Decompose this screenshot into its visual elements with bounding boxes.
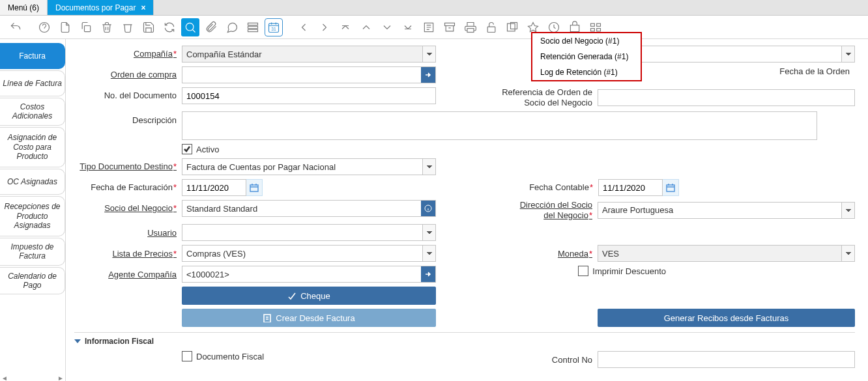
label-fecha-cont: Fecha Contable*	[514, 182, 598, 193]
nav-prev-parent-icon[interactable]	[295, 18, 313, 36]
label-dir-socio: Dirección del Socio del Negocio*	[513, 200, 598, 220]
info-icon[interactable]	[421, 201, 435, 216]
label-moneda: Moneda*	[513, 249, 598, 259]
dropdown-menu: Socio del Negocio (#1) Retención Generad…	[531, 32, 642, 81]
checkbox-imprimir[interactable]: Imprimir Descuento	[578, 266, 666, 276]
nav-next-icon[interactable]	[378, 18, 396, 36]
menu-item-socio[interactable]: Socio del Negocio (#1)	[532, 33, 641, 49]
field-orden[interactable]	[182, 66, 436, 83]
label-usuario: Usuario	[74, 228, 182, 238]
nav-first-icon[interactable]	[336, 18, 354, 36]
nav-last-icon[interactable]	[399, 18, 417, 36]
svg-rect-16	[591, 23, 595, 26]
find-icon[interactable]	[181, 18, 199, 36]
field-moneda[interactable]: VES	[598, 245, 855, 262]
field-fecha-fact[interactable]	[182, 179, 246, 196]
collapse-icon	[74, 339, 81, 343]
sidebar-item-linea[interactable]: Línea de Factura	[0, 70, 65, 96]
field-socio[interactable]: Standard Standard	[182, 200, 436, 217]
label-orden: Orden de compra	[74, 70, 182, 80]
sidebar-item-impuesto[interactable]: Impuesto de Factura	[0, 238, 65, 266]
chevron-down-icon[interactable]	[841, 203, 854, 218]
goto-icon[interactable]	[421, 266, 435, 282]
label-tipo-doc: Tipo Documento Destino*	[74, 162, 182, 172]
checkbox-icon	[578, 266, 588, 276]
svg-rect-15	[570, 25, 579, 31]
delete-icon[interactable]	[98, 18, 116, 36]
field-tipo-doc[interactable]: Factura de Cuentas por Pagar Nacional	[182, 158, 436, 175]
copy-icon[interactable]	[77, 18, 95, 36]
attachment-icon[interactable]	[202, 18, 220, 36]
field-agente[interactable]: <1000021>	[182, 266, 436, 283]
field-fecha-cont[interactable]	[598, 179, 663, 196]
calendar-picker-icon[interactable]	[662, 179, 679, 196]
label-compania: Compañía*	[74, 49, 182, 59]
field-dir-socio[interactable]: Araure Portuguesa	[598, 202, 855, 219]
close-icon[interactable]: ×	[141, 3, 145, 12]
field-compania[interactable]: Compañía Estándar	[182, 46, 436, 63]
print-icon[interactable]	[461, 18, 480, 36]
chevron-down-icon[interactable]	[841, 246, 854, 261]
chevron-down-icon[interactable]	[422, 46, 435, 62]
field-lista[interactable]: Compras (VES)	[182, 245, 436, 262]
checkbox-activo[interactable]: Activo	[182, 144, 219, 154]
label-ref-orden: Referencia de Orden de Socio del Negocio	[487, 87, 598, 107]
chevron-down-icon[interactable]	[841, 46, 854, 62]
chevron-down-icon[interactable]	[422, 246, 435, 261]
sidebar-item-recepciones[interactable]: Recepciones de Producto Asignadas	[0, 196, 65, 236]
delete-selected-icon[interactable]	[119, 18, 137, 36]
sidebar-item-factura[interactable]: Factura	[0, 43, 65, 69]
sidebar-item-asignacion[interactable]: Asignación de Costo para Producto	[0, 127, 65, 167]
nav-prev-icon[interactable]	[357, 18, 375, 36]
calendar-icon[interactable]: 31	[265, 18, 283, 36]
label-socio: Socio del Negocio*	[74, 203, 182, 214]
generar-button[interactable]: Generar Recibos desde Facturas	[598, 309, 855, 327]
menu-item-retencion[interactable]: Retención Generada (#1)	[532, 49, 641, 64]
checkbox-icon	[182, 351, 192, 361]
lock-icon[interactable]	[482, 18, 500, 36]
toolbar: 31 Socio del Negocio (#1) Retención Gene…	[0, 16, 868, 39]
field-ref-orden[interactable]	[598, 89, 855, 106]
section-info-fiscal[interactable]: Informacion Fiscal	[74, 332, 855, 346]
crear-button[interactable]: Crear Desde Factura	[182, 309, 436, 327]
menu-item-log[interactable]: Log de Retención (#1)	[532, 64, 641, 80]
chevron-down-icon[interactable]	[422, 159, 435, 175]
svg-rect-23	[264, 315, 270, 322]
svg-rect-21	[667, 185, 674, 191]
check-icon	[182, 144, 192, 154]
label-descripcion: Descripción	[74, 111, 182, 126]
sidebar-item-calendario[interactable]: Calendario de Pago	[0, 267, 65, 295]
svg-rect-4	[248, 26, 258, 28]
app-tabs: Menú (6) Documentos por Pagar ×	[0, 0, 868, 16]
calendar-picker-icon[interactable]	[246, 179, 263, 196]
save-icon[interactable]	[139, 18, 158, 36]
tab-menu[interactable]: Menú (6)	[0, 0, 48, 15]
field-control-no[interactable]	[598, 351, 855, 368]
sidebar-item-oc[interactable]: OC Asignadas	[0, 169, 65, 195]
goto-icon[interactable]	[421, 67, 435, 83]
tab-documentos[interactable]: Documentos por Pagar ×	[48, 0, 154, 15]
svg-rect-10	[467, 28, 474, 32]
report-icon[interactable]	[420, 18, 438, 36]
sidebar-scroll[interactable]: ◄►	[0, 374, 65, 381]
form: Compañía* Compañía Estándar Organización…	[68, 39, 868, 381]
chevron-down-icon[interactable]	[422, 225, 435, 240]
sidebar-item-costos[interactable]: Costos Adicionales	[0, 98, 65, 126]
archive-icon[interactable]	[441, 18, 459, 36]
help-icon[interactable]	[35, 18, 53, 36]
toggle-icon[interactable]	[244, 18, 262, 36]
undo-icon[interactable]	[7, 18, 25, 36]
cheque-button[interactable]: Cheque	[182, 287, 436, 305]
nav-next-parent-icon[interactable]	[315, 18, 334, 36]
field-descripcion[interactable]	[182, 111, 817, 140]
svg-rect-11	[487, 27, 495, 32]
field-no-doc[interactable]	[182, 87, 436, 104]
svg-rect-12	[508, 23, 515, 31]
new-icon[interactable]	[56, 18, 74, 36]
zoom-icon[interactable]	[503, 18, 521, 36]
svg-rect-1	[85, 25, 91, 31]
field-usuario[interactable]	[182, 224, 436, 241]
checkbox-doc-fiscal[interactable]: Documento Fiscal	[182, 351, 264, 361]
refresh-icon[interactable]	[160, 18, 179, 36]
chat-icon[interactable]	[223, 18, 241, 36]
